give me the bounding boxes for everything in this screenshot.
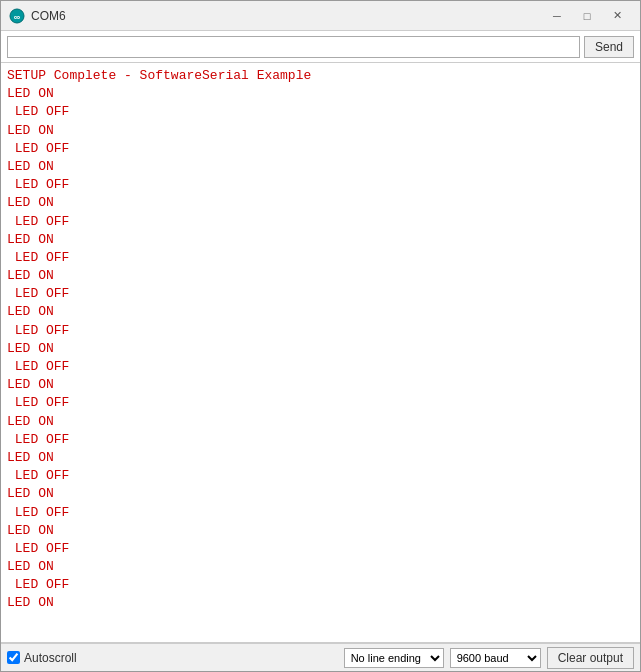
output-line: LED ON — [7, 558, 634, 576]
output-line: LED ON — [7, 449, 634, 467]
output-line: LED OFF — [7, 467, 634, 485]
send-input[interactable] — [7, 36, 580, 58]
output-line: LED OFF — [7, 358, 634, 376]
main-window: ∞ COM6 ─ □ ✕ Send SETUP Complete - Softw… — [0, 0, 641, 672]
output-line: LED ON — [7, 231, 634, 249]
output-line: LED ON — [7, 303, 634, 321]
output-line: LED OFF — [7, 140, 634, 158]
output-line: LED ON — [7, 267, 634, 285]
output-line: LED OFF — [7, 176, 634, 194]
output-line: LED OFF — [7, 540, 634, 558]
output-line: LED ON — [7, 485, 634, 503]
clear-output-button[interactable]: Clear output — [547, 647, 634, 669]
output-line: LED OFF — [7, 431, 634, 449]
output-line: LED ON — [7, 522, 634, 540]
output-line: SETUP Complete - SoftwareSerial Example — [7, 67, 634, 85]
output-line: LED ON — [7, 194, 634, 212]
output-line: LED OFF — [7, 213, 634, 231]
output-line: LED OFF — [7, 249, 634, 267]
baud-rate-select[interactable]: 300 baud1200 baud2400 baud4800 baud9600 … — [450, 648, 541, 668]
close-button[interactable]: ✕ — [602, 6, 632, 26]
autoscroll-label: Autoscroll — [24, 651, 77, 665]
titlebar: ∞ COM6 ─ □ ✕ — [1, 1, 640, 31]
serial-output: SETUP Complete - SoftwareSerial ExampleL… — [1, 63, 640, 643]
window-controls: ─ □ ✕ — [542, 6, 632, 26]
window-title: COM6 — [31, 9, 542, 23]
output-line: LED ON — [7, 158, 634, 176]
output-line: LED OFF — [7, 394, 634, 412]
output-line: LED OFF — [7, 576, 634, 594]
statusbar: Autoscroll No line endingNewlineCarriage… — [1, 643, 640, 671]
output-line: LED OFF — [7, 322, 634, 340]
autoscroll-checkbox-label[interactable]: Autoscroll — [7, 651, 77, 665]
output-line: LED ON — [7, 85, 634, 103]
output-line: LED OFF — [7, 103, 634, 121]
output-line: LED ON — [7, 122, 634, 140]
maximize-button[interactable]: □ — [572, 6, 602, 26]
line-ending-select[interactable]: No line endingNewlineCarriage returnBoth… — [344, 648, 444, 668]
send-button[interactable]: Send — [584, 36, 634, 58]
autoscroll-checkbox[interactable] — [7, 651, 20, 664]
minimize-button[interactable]: ─ — [542, 6, 572, 26]
svg-text:∞: ∞ — [14, 12, 21, 22]
output-line: LED ON — [7, 594, 634, 612]
output-line: LED OFF — [7, 285, 634, 303]
output-line: LED OFF — [7, 504, 634, 522]
arduino-icon: ∞ — [9, 8, 25, 24]
send-toolbar: Send — [1, 31, 640, 63]
output-line: LED ON — [7, 376, 634, 394]
output-line: LED ON — [7, 340, 634, 358]
output-line: LED ON — [7, 413, 634, 431]
